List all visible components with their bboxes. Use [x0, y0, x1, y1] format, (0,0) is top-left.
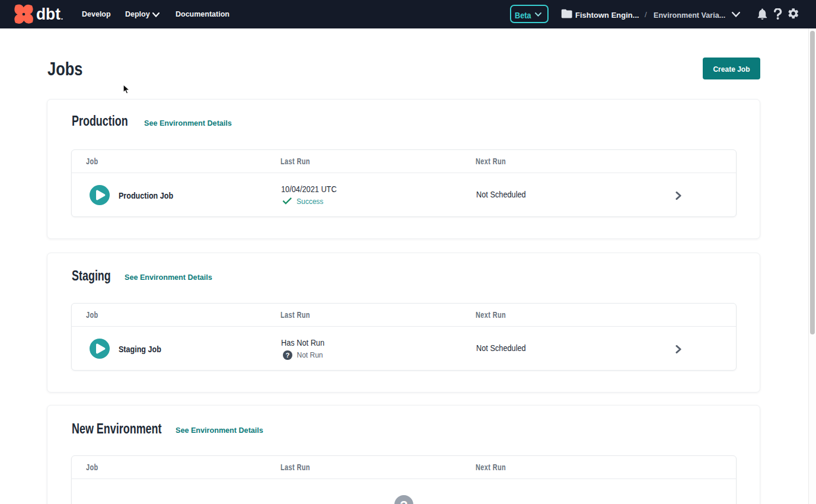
svg-text:?: ? [286, 352, 290, 359]
